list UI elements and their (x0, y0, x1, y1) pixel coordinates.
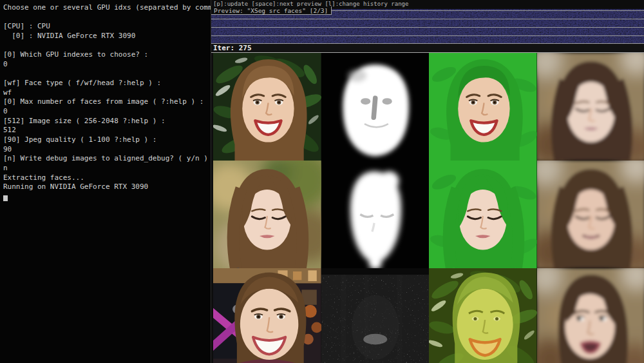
graph-gridline (211, 19, 644, 19)
preview-title: Preview: "XSeg src faces" [2/3] (211, 6, 332, 15)
graph-gridline (211, 27, 644, 28)
masked-face-3 (429, 268, 537, 363)
graph-gridline (211, 35, 644, 36)
xseg-mask-2 (321, 161, 430, 268)
xseg-mask-1 (321, 53, 430, 161)
predicted-face-3 (537, 268, 644, 363)
masked-face-1 (429, 53, 537, 161)
src-face-1 (213, 53, 321, 161)
src-face-2 (213, 161, 321, 268)
predicted-face-1 (537, 53, 644, 161)
iteration-counter: Iter: 275 (211, 44, 644, 53)
preview-grid (213, 53, 644, 363)
predicted-face-2 (537, 161, 644, 268)
masked-face-2 (429, 161, 537, 268)
xseg-mask-3 (321, 268, 430, 363)
preview-window[interactable]: [p]:update [space]:next preview [l]:chan… (211, 0, 644, 363)
src-face-3 (213, 268, 321, 363)
console-cursor (3, 195, 8, 201)
